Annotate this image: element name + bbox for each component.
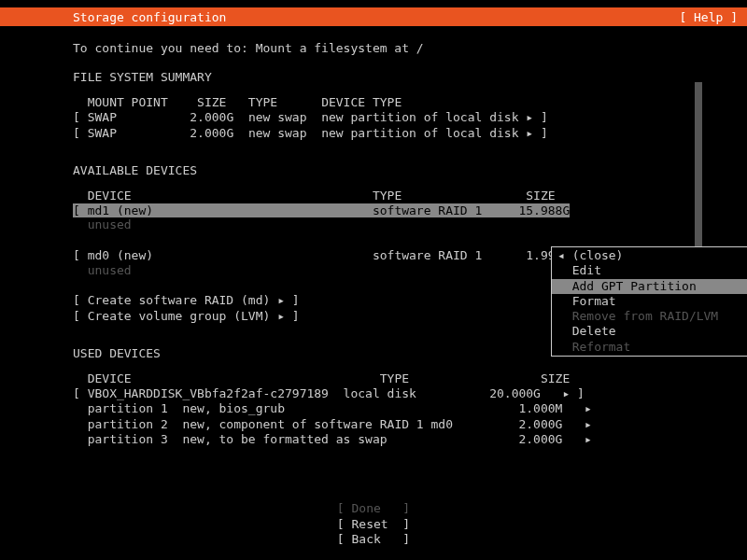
used-partition-row[interactable]: partition 2 new, component of software R… [73,417,674,432]
section-available-title: AVAILABLE DEVICES [73,163,674,177]
fs-summary-headers: MOUNT POINT SIZE TYPE DEVICE TYPE [73,95,674,110]
menu-format[interactable]: Format▸ [552,294,747,309]
menu-edit[interactable]: Edit▸ [552,263,747,278]
used-headers: DEVICE TYPE SIZE [73,371,674,386]
reset-button[interactable]: [ Reset ] [0,517,747,532]
menu-reformat: Reformat▸ [552,340,747,355]
section-fs-summary-title: FILE SYSTEM SUMMARY [73,70,674,84]
done-button[interactable]: [ Done ] [0,501,747,516]
menu-close[interactable]: ◂ (close) [552,248,747,263]
fs-row[interactable]: [ SWAP 2.000G new swap new partition of … [73,126,674,141]
menu-delete[interactable]: Delete▸ [552,324,747,339]
menu-remove-raid-lvm: Remove from RAID/LVM [552,309,747,324]
title-bar: Storage configuration [ Help ] [0,7,747,26]
available-row-selected[interactable]: [ md1 (new) software RAID 1 15.988G [73,203,674,217]
back-button[interactable]: [ Back ] [0,532,747,547]
page-title: Storage configuration [73,10,226,24]
available-headers: DEVICE TYPE SIZE [73,189,674,203]
available-row: unused [73,217,674,232]
context-menu[interactable]: ◂ (close) Edit▸ Add GPT Partition▸ Forma… [551,246,747,357]
footer-buttons: [ Done ] [ Reset ] [ Back ] [0,501,747,547]
instruction-text: To continue you need to: Mount a filesys… [73,41,674,55]
used-partition-row[interactable]: partition 3 new, to be formatted as swap… [73,432,674,447]
menu-add-gpt-partition[interactable]: Add GPT Partition▸ [552,279,747,294]
used-partition-row[interactable]: partition 1 new, bios_grub 1.000M ▸ [73,401,674,416]
scrollbar-thumb[interactable] [695,82,702,259]
help-button[interactable]: [ Help ] [679,10,738,24]
used-disk-row[interactable]: [ VBOX_HARDDISK_VBbfa2f2af-c2797189 loca… [73,386,674,401]
main-content: To continue you need to: Mount a filesys… [0,26,747,447]
fs-row[interactable]: [ SWAP 2.000G new swap new partition of … [73,110,674,125]
